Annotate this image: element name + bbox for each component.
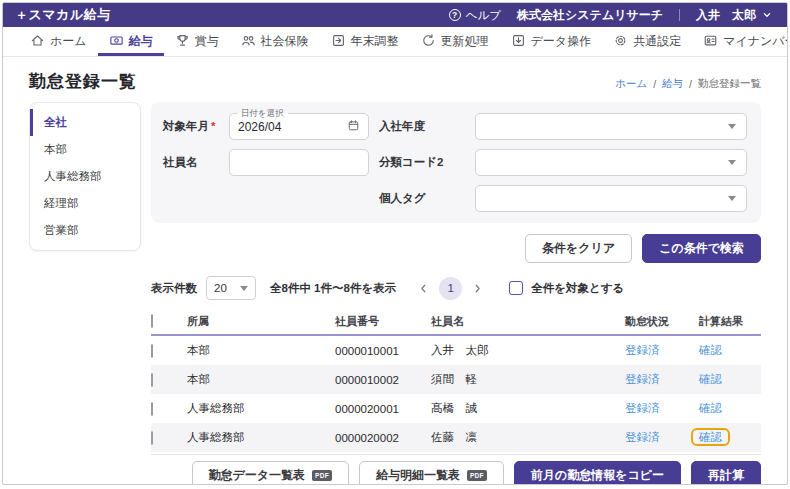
cell-employee-name: 髙橋 誠 xyxy=(431,401,625,416)
sidebar-item[interactable]: 全社 xyxy=(30,109,140,136)
cell-employee-no: 0000010001 xyxy=(335,345,431,357)
personal-tag-label: 個人タグ xyxy=(379,191,465,206)
breadcrumb-current: 勤怠登録一覧 xyxy=(698,77,761,91)
nav-item-settings[interactable]: 共通設定 xyxy=(602,27,692,56)
home-icon xyxy=(30,33,45,51)
chevron-down-icon xyxy=(761,9,773,21)
select-all-checkbox[interactable] xyxy=(509,281,523,295)
target-month-input[interactable]: 日付を選択 2026/04 xyxy=(229,113,369,140)
calc-result-link[interactable]: 確認 xyxy=(699,431,722,443)
nav-label: 更新処理 xyxy=(441,33,489,50)
clear-conditions-button[interactable]: 条件をクリア xyxy=(525,234,632,263)
pdf-icon: PDF xyxy=(467,470,487,481)
chevron-right-icon xyxy=(471,282,484,295)
search-button[interactable]: この条件で検索 xyxy=(642,234,761,263)
row-checkbox[interactable] xyxy=(151,402,153,416)
nav-item-social-insurance[interactable]: 社会保険 xyxy=(230,27,320,56)
cell-department: 人事総務部 xyxy=(185,401,335,416)
page-head: 勤怠登録一覧 ホーム/給与/勤怠登録一覧 xyxy=(29,70,761,93)
hire-year-select[interactable] xyxy=(475,113,747,140)
breadcrumb-link[interactable]: ホーム xyxy=(615,77,647,91)
target-month-value: 2026/04 xyxy=(238,120,281,134)
employee-name-input[interactable] xyxy=(229,149,369,176)
row-checkbox[interactable] xyxy=(151,373,153,387)
prev-page-button[interactable] xyxy=(417,282,430,295)
filter-actions: 条件をクリア この条件で検索 xyxy=(151,234,761,263)
calc-result-link[interactable]: 確認 xyxy=(699,402,722,414)
category-code-select[interactable] xyxy=(475,149,747,176)
recalculate-button[interactable]: 再計算 xyxy=(691,461,761,485)
nav-label: 賞与 xyxy=(195,33,219,50)
select-caret-icon xyxy=(728,196,736,201)
table-row: 本部0000010001入井 太郎登録済確認 xyxy=(151,336,761,365)
attendance-status-link[interactable]: 登録済 xyxy=(625,373,660,385)
nav-item-year-end[interactable]: 年末調整 xyxy=(320,27,410,56)
page-content: 勤怠登録一覧 ホーム/給与/勤怠登録一覧 全社本部人事総務部経理部営業部 対象年… xyxy=(3,70,787,485)
mynumber-icon xyxy=(703,33,718,51)
breadcrumb: ホーム/給与/勤怠登録一覧 xyxy=(615,77,761,93)
attendance-status-link[interactable]: 登録済 xyxy=(625,431,660,443)
per-page-label: 表示件数 xyxy=(151,281,197,296)
attendance-report-button[interactable]: 勤怠データ一覧表 PDF xyxy=(192,461,349,485)
date-field-floating-label: 日付を選択 xyxy=(237,108,288,120)
app-window: ＋スマカル給与 ? ヘルプ 株式会社システムリサーチ 入井 太郎 ホーム給与賞与… xyxy=(2,2,788,485)
sidebar-item[interactable]: 本部 xyxy=(30,136,140,163)
cell-employee-name: 須間 軽 xyxy=(431,372,625,387)
sidebar-item[interactable]: 営業部 xyxy=(30,217,140,244)
row-checkbox[interactable] xyxy=(151,431,153,445)
cell-employee-no: 0000020001 xyxy=(335,403,431,415)
attendance-status-link[interactable]: 登録済 xyxy=(625,402,660,414)
header-attendance: 勤怠状況 xyxy=(625,314,699,329)
result-cell: 確認 xyxy=(699,373,722,385)
current-page-button[interactable]: 1 xyxy=(439,277,462,300)
sidebar-item[interactable]: 経理部 xyxy=(30,190,140,217)
breadcrumb-separator: / xyxy=(653,78,656,90)
cell-department: 本部 xyxy=(185,343,335,358)
pdf-icon: PDF xyxy=(312,470,332,481)
sidebar-item[interactable]: 人事総務部 xyxy=(30,163,140,190)
employee-table: 所属 社員番号 社員名 勤怠状況 計算結果 本部0000010001入井 太郎登… xyxy=(151,308,761,452)
nav-item-salary[interactable]: 給与 xyxy=(98,27,164,56)
category-code-label: 分類コード2 xyxy=(379,155,465,170)
app-logo[interactable]: ＋スマカル給与 xyxy=(15,6,111,24)
topbar-right: ? ヘルプ 株式会社システムリサーチ 入井 太郎 xyxy=(449,7,773,24)
target-month-label: 対象年月* xyxy=(163,119,219,134)
calendar-icon[interactable] xyxy=(347,119,360,135)
attendance-status-link[interactable]: 登録済 xyxy=(625,344,660,356)
header-result: 計算結果 xyxy=(699,314,761,329)
user-menu[interactable]: 入井 太郎 xyxy=(696,7,773,24)
settings-icon xyxy=(613,33,628,51)
nav-item-bonus[interactable]: 賞与 xyxy=(164,27,230,56)
nav-label: ホーム xyxy=(50,33,87,50)
nav-item-data[interactable]: データ操作 xyxy=(500,27,603,56)
nav-label: データ操作 xyxy=(531,33,592,50)
result-cell: 確認 xyxy=(699,344,722,356)
user-name: 入井 太郎 xyxy=(696,7,756,24)
header-employee-name: 社員名 xyxy=(431,314,625,329)
logo-text: スマカル xyxy=(29,6,84,24)
nav-label: 社会保険 xyxy=(261,33,309,50)
nav-item-home[interactable]: ホーム xyxy=(19,27,98,56)
company-name: 株式会社システムリサーチ xyxy=(517,7,663,24)
help-icon: ? xyxy=(449,9,461,21)
per-page-select[interactable]: 20 xyxy=(206,276,256,300)
nav-item-update[interactable]: 更新処理 xyxy=(410,27,500,56)
calc-result-link[interactable]: 確認 xyxy=(699,344,722,356)
nav-item-mynumber[interactable]: マイナンバー xyxy=(692,27,788,56)
breadcrumb-link[interactable]: 給与 xyxy=(662,77,683,91)
row-checkbox[interactable] xyxy=(151,344,153,358)
required-mark: * xyxy=(211,120,215,132)
personal-tag-select[interactable] xyxy=(475,185,747,212)
next-page-button[interactable] xyxy=(471,282,484,295)
header-checkbox[interactable] xyxy=(151,314,153,328)
copy-previous-month-button[interactable]: 前月の勤怠情報をコピー xyxy=(514,461,681,485)
bonus-icon xyxy=(175,33,190,51)
result-cell: 確認 xyxy=(699,402,722,414)
employee-name-label: 社員名 xyxy=(163,155,219,170)
update-icon xyxy=(421,33,436,51)
breadcrumb-separator: / xyxy=(689,78,692,90)
calc-result-link[interactable]: 確認 xyxy=(699,373,722,385)
payslip-report-button[interactable]: 給与明細一覧表 PDF xyxy=(359,461,504,485)
page-title: 勤怠登録一覧 xyxy=(29,70,137,93)
help-button[interactable]: ? ヘルプ xyxy=(449,8,501,23)
